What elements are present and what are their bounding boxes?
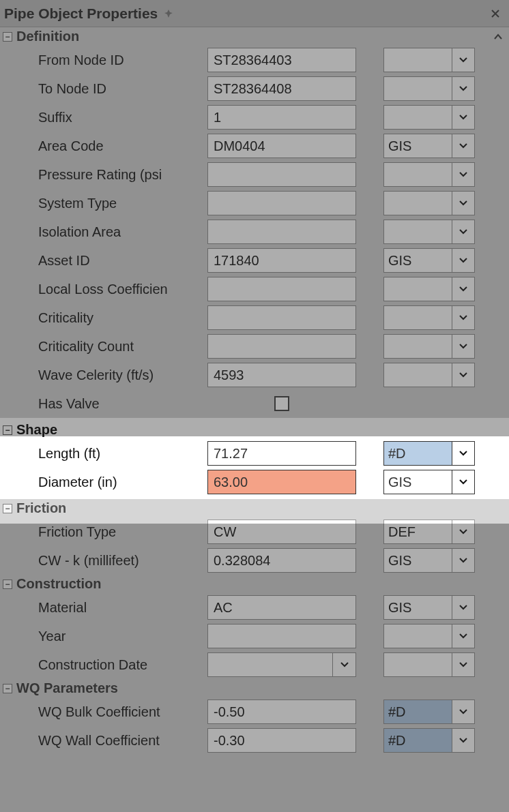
chevron-down-icon[interactable] — [452, 305, 475, 330]
source-cell[interactable] — [383, 334, 452, 359]
criticality-field[interactable] — [207, 305, 356, 330]
source-cell[interactable]: #D — [383, 700, 452, 724]
chevron-down-icon[interactable] — [452, 595, 475, 620]
collapse-icon[interactable]: − — [3, 684, 12, 693]
row-criticality-count: Criticality Count — [0, 332, 509, 361]
section-header-shape[interactable]: − Shape — [0, 421, 509, 439]
section-header-friction[interactable]: − Friction — [0, 499, 509, 517]
row-to-node-id: To Node ID ST28364408 — [0, 74, 509, 103]
chevron-down-icon[interactable] — [452, 105, 475, 130]
chevron-down-icon[interactable] — [452, 134, 475, 158]
wave-celerity-field[interactable]: 4593 — [207, 363, 356, 387]
chevron-down-icon[interactable] — [452, 728, 475, 753]
source-cell[interactable] — [383, 191, 452, 215]
source-cell[interactable] — [383, 105, 452, 130]
chevron-down-icon[interactable] — [452, 548, 475, 573]
source-cell[interactable]: GIS — [383, 134, 452, 158]
collapse-icon[interactable]: − — [3, 580, 12, 589]
field-label: Material — [3, 600, 207, 616]
pin-icon[interactable] — [162, 7, 175, 20]
source-cell[interactable]: #D — [383, 441, 452, 466]
criticality-count-field[interactable] — [207, 334, 356, 359]
field-label: Pressure Rating (psi — [3, 167, 207, 183]
chevron-down-icon[interactable] — [452, 162, 475, 187]
source-cell[interactable] — [383, 363, 452, 387]
field-label: Year — [3, 629, 207, 644]
length-field[interactable]: 71.27 — [207, 441, 356, 466]
section-construction: Material AC GIS Year Construction Date — [0, 593, 509, 679]
field-label: From Node ID — [3, 52, 207, 68]
titlebar: Pipe Object Properties — [0, 0, 509, 27]
construction-date-field[interactable] — [207, 652, 356, 677]
chevron-down-icon[interactable] — [452, 76, 475, 101]
to-node-id-field[interactable]: ST28364408 — [207, 76, 356, 101]
source-cell[interactable]: GIS — [383, 595, 452, 620]
section-header-construction[interactable]: − Construction — [0, 575, 509, 593]
wq-bulk-field[interactable]: -0.50 — [207, 700, 356, 724]
source-cell[interactable]: #D — [383, 728, 452, 753]
chevron-down-icon[interactable] — [452, 48, 475, 72]
row-local-loss: Local Loss Coefficien — [0, 275, 509, 303]
row-wq-wall: WQ Wall Coefficient -0.30 #D — [0, 726, 509, 755]
field-label: Wave Celerity (ft/s) — [3, 367, 207, 383]
source-cell[interactable]: DEF — [383, 520, 452, 544]
row-year: Year — [0, 622, 509, 650]
source-cell[interactable] — [383, 277, 452, 301]
suffix-field[interactable]: 1 — [207, 105, 356, 130]
row-length: Length (ft) 71.27 #D — [0, 439, 509, 468]
source-cell[interactable] — [383, 48, 452, 72]
chevron-down-icon[interactable] — [452, 700, 475, 724]
chevron-down-icon[interactable] — [452, 520, 475, 544]
collapse-icon[interactable]: − — [3, 504, 12, 513]
cw-k-field[interactable]: 0.328084 — [207, 548, 356, 573]
chevron-down-icon[interactable] — [452, 624, 475, 648]
year-field[interactable] — [207, 624, 356, 648]
field-label: Friction Type — [3, 524, 207, 540]
material-field[interactable]: AC — [207, 595, 356, 620]
chevron-down-icon[interactable] — [452, 470, 475, 494]
source-cell[interactable]: GIS — [383, 548, 452, 573]
chevron-down-icon[interactable] — [452, 652, 475, 677]
source-cell[interactable] — [383, 162, 452, 187]
friction-type-field[interactable]: CW — [207, 520, 356, 544]
diameter-field[interactable]: 63.00 — [207, 470, 356, 494]
source-cell[interactable]: GIS — [383, 470, 452, 494]
pressure-rating-field[interactable] — [207, 162, 356, 187]
from-node-id-field[interactable]: ST28364403 — [207, 48, 356, 72]
has-valve-cell — [207, 391, 356, 416]
chevron-down-icon[interactable] — [452, 363, 475, 387]
has-valve-checkbox[interactable] — [274, 396, 289, 411]
asset-id-field[interactable]: 171840 — [207, 248, 356, 273]
source-cell[interactable] — [383, 624, 452, 648]
chevron-down-icon[interactable] — [452, 191, 475, 215]
field-label: Criticality — [3, 310, 207, 326]
chevron-down-icon[interactable] — [332, 653, 355, 676]
area-code-field[interactable]: DM0404 — [207, 134, 356, 158]
section-title: Shape — [16, 422, 57, 438]
chevron-down-icon[interactable] — [452, 277, 475, 301]
section-title: Friction — [16, 500, 66, 516]
collapse-icon[interactable]: − — [3, 32, 12, 42]
isolation-area-field[interactable] — [207, 220, 356, 244]
wq-wall-field[interactable]: -0.30 — [207, 728, 356, 753]
row-asset-id: Asset ID 171840 GIS — [0, 246, 509, 275]
field-label: Has Valve — [3, 396, 207, 412]
source-cell[interactable] — [383, 76, 452, 101]
row-wq-bulk: WQ Bulk Coefficient -0.50 #D — [0, 697, 509, 726]
source-cell[interactable] — [383, 220, 452, 244]
section-header-wq[interactable]: − WQ Parameters — [0, 679, 509, 697]
chevron-down-icon[interactable] — [452, 248, 475, 273]
row-construction-date: Construction Date — [0, 650, 509, 679]
system-type-field[interactable] — [207, 191, 356, 215]
chevron-down-icon[interactable] — [452, 441, 475, 466]
local-loss-field[interactable] — [207, 277, 356, 301]
chevron-down-icon[interactable] — [452, 220, 475, 244]
source-cell[interactable] — [383, 305, 452, 330]
chevron-down-icon[interactable] — [452, 334, 475, 359]
row-cw-k: CW - k (millifeet) 0.328084 GIS — [0, 546, 509, 575]
source-cell[interactable] — [383, 652, 452, 677]
source-cell[interactable]: GIS — [383, 248, 452, 273]
section-header-definition[interactable]: − Definition — [0, 27, 509, 46]
close-icon[interactable] — [489, 7, 502, 20]
collapse-icon[interactable]: − — [3, 425, 12, 435]
